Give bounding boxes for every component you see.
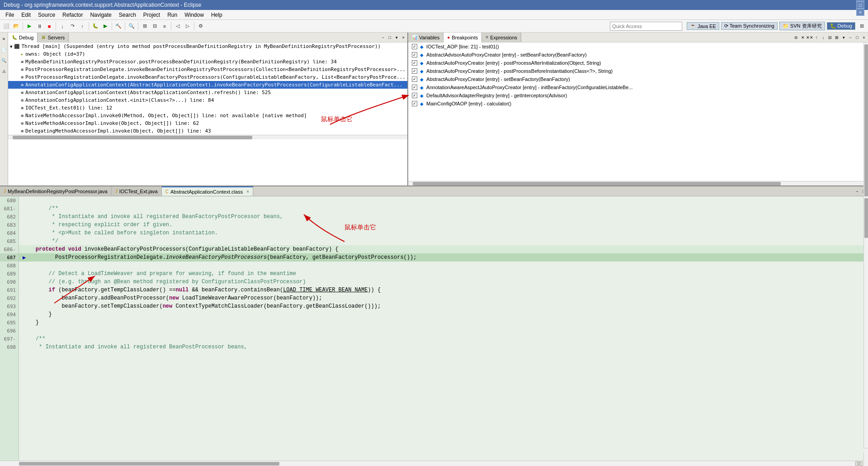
editor-tab-mybeandef[interactable]: J MyBeanDefinitionRegistryPostProcessor.… [0,186,112,196]
bp-item-6[interactable]: ✓ ◆ AnnotationAwareAspectJAutoProxyCreat… [408,83,868,91]
code-editor[interactable]: /** * Instantiate and invoke all registe… [19,196,863,461]
tb-stepinto-btn[interactable]: ↓ [58,22,67,31]
tb-extra1[interactable]: ⊞ [140,22,149,31]
bp-item-1[interactable]: ✓ ◆ IOCTest_AOP [line: 21] - test01() [408,43,868,51]
bp-check-5[interactable]: ✓ [412,76,417,82]
side-icon-4[interactable]: ⚠ [0,67,9,76]
editor-h-scrollbar[interactable]: □ [0,461,868,466]
bp-item-8[interactable]: ✓ ◆ MainConfigOfAOP [entry] - calculator… [408,100,868,108]
tb-extra4[interactable]: ◁ [173,22,182,31]
editor-h-thumb[interactable] [19,462,279,466]
right-h-thumb[interactable] [413,182,781,185]
thread-expand-arrow[interactable]: ▼ [10,44,12,49]
h-scroll-thumb[interactable] [13,136,252,139]
tab-debug[interactable]: 🐛 Debug [8,33,38,43]
persp-team[interactable]: ⟳ Team Synchronizing [721,22,778,30]
bp-import-icon[interactable]: ↓ [820,34,826,41]
menu-search[interactable]: Search [115,11,140,19]
bp-check-7[interactable]: ✓ [412,93,417,98]
bp-check-1[interactable]: ✓ [412,44,417,49]
bp-menu-icon[interactable]: ▾ [840,34,847,41]
bp-remove-icon[interactable]: ✕ [800,34,806,41]
right-v-scrollbar[interactable] [863,43,868,181]
menu-edit[interactable]: Edit [18,11,34,19]
frame-6[interactable]: ≡ AnnotationConfigApplicationContext.<in… [8,96,407,104]
tb-extra6[interactable]: ⚙ [196,22,205,31]
menu-project[interactable]: Project [140,11,164,19]
editor-min-icon[interactable]: − [854,188,860,195]
bp-item-7[interactable]: ✓ ◆ DefaultAdvisorAdapterRegistry [entry… [408,91,868,100]
frame-8[interactable]: ≡ NativeMethodAccessorImpl.invoke0(Metho… [8,112,407,119]
tb-extra2[interactable]: ⊟ [150,22,159,31]
frame-3[interactable]: ≡ PostProcessorRegistrationDelegate.invo… [8,73,407,81]
editor-status-btn[interactable]: □ [855,461,863,466]
bp-expand-icon[interactable]: ⊞ [834,34,840,41]
menu-navigate[interactable]: Navigate [86,11,115,19]
tb-extra5[interactable]: ▷ [183,22,192,31]
tb-resume-btn[interactable]: ▶ [25,22,34,31]
bp-item-5[interactable]: ✓ ◆ AbstractAutoProxyCreator [entry] - s… [408,75,868,83]
bp-check-4[interactable]: ✓ [412,68,417,74]
menu-file[interactable]: File [2,11,18,19]
editor-v-thumb[interactable] [864,198,868,238]
persp-javaee[interactable]: ☕ Java EE [687,22,719,30]
editor-v-scrollbar[interactable] [863,196,868,461]
right-h-scrollbar[interactable] [408,181,868,185]
tb-terminate-btn[interactable]: ■ [45,22,54,31]
tab-expressions[interactable]: = Expressions [482,33,521,42]
frame-7[interactable]: ≡ IOCTest_Ext.test01() line: 12 [8,104,407,112]
frame-10[interactable]: ≡ DelegatingMethodAccessorImpl.invoke(Ob… [8,127,407,135]
frame-1[interactable]: ≡ MyBeanDefinitionRegistryPostProcessor.… [8,58,407,66]
frame-owns[interactable]: ▸ owns: Object (id=37) [8,50,407,58]
bp-export-icon[interactable]: ↑ [813,34,820,41]
bp-collapse-icon[interactable]: ⊟ [827,34,833,41]
tb-stepover-btn[interactable]: ↷ [68,22,77,31]
bp-check-3[interactable]: ✓ [412,60,417,66]
menu-refactor[interactable]: Refactor [59,11,86,19]
tb-stepreturn-btn[interactable]: ↑ [78,22,87,31]
tab-variables[interactable]: 📊 Variables [408,33,443,42]
tb-run-btn[interactable]: ▶ [101,22,110,31]
thread-item[interactable]: ▼ ⬛ Thread [main] (Suspended (entry into… [8,43,407,50]
maximize-button[interactable]: □ [856,1,864,9]
side-icon-3[interactable]: 🔍 [0,56,9,65]
tb-open-btn[interactable]: 📂 [12,22,21,31]
frame-5[interactable]: ≡ AnnotationConfigApplicationContext(Abs… [8,89,407,96]
bp-skip-icon[interactable]: ⊘ [793,34,799,41]
close-button[interactable]: × [856,9,864,16]
bp-item-2[interactable]: ✓ ◆ AbstractAdvisorAutoProxyCreator [ent… [408,51,868,59]
tab-close-icon[interactable]: × [246,189,249,194]
persp-svn[interactable]: 📁 SVN 资库研究 [779,22,825,30]
tb-new-btn[interactable]: ⬜ [2,22,11,31]
frame-9[interactable]: ≡ NativeMethodAccessorImpl.invoke(Object… [8,119,407,127]
bp-item-3[interactable]: ✓ ◆ AbstractAutoProxyCreator [entry] - p… [408,59,868,67]
frame-4-selected[interactable]: ≡ AnnotationConfigApplicationContext(Abs… [8,81,407,89]
h-scrollbar[interactable] [8,135,407,139]
menu-window[interactable]: Window [181,11,208,19]
right-scroll-thumb[interactable] [864,44,868,181]
frame-2[interactable]: ≡ PostProcessorRegistrationDelegate.invo… [8,66,407,73]
tab-breakpoints[interactable]: ● Breakpoints [443,33,482,43]
panel-cl-icon[interactable]: × [861,34,867,41]
tb-extra3[interactable]: ≡ [160,22,169,31]
persp-debug[interactable]: 🐛 Debug [827,22,855,30]
tab-servers[interactable]: 🖥 Servers [38,33,69,42]
panel-min-icon[interactable]: − [847,34,854,41]
bp-remove-all-icon[interactable]: ✕✕ [807,34,813,41]
bp-check-2[interactable]: ✓ [412,52,417,57]
menu-source[interactable]: Source [34,11,59,19]
tb-search-btn[interactable]: 🔍 [127,22,136,31]
panel-minimize-icon[interactable]: − [380,34,386,41]
editor-tab-ioctest[interactable]: J IOCTest_Ext.java [112,186,162,196]
tb-debug-btn[interactable]: 🐛 [91,22,100,31]
persp-open-btn[interactable]: ⊞ [857,22,866,31]
panel-max-icon[interactable]: □ [854,34,860,41]
editor-tab-abstractapp[interactable]: C AbstractApplicationContext.class × [162,186,253,196]
side-icon-2[interactable]: 📄 [0,45,9,54]
menu-run[interactable]: Run [164,11,181,19]
bp-check-8[interactable]: ✓ [412,101,417,106]
panel-view-menu-icon[interactable]: ▾ [393,34,400,41]
panel-close-icon[interactable]: × [400,34,406,41]
quick-access-input[interactable] [610,22,682,31]
menu-help[interactable]: Help [208,11,226,19]
